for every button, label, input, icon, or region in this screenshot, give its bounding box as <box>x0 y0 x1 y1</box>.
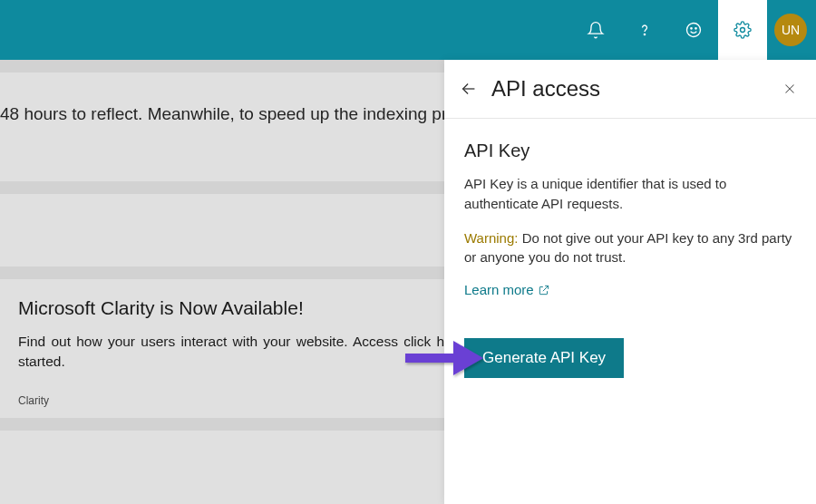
arrow-left-icon <box>459 79 479 99</box>
learn-more-link[interactable]: Learn more <box>464 282 550 297</box>
svg-point-2 <box>691 28 692 29</box>
question-icon <box>636 21 654 39</box>
indexing-text: 48 hours to reflect. Meanwhile, to speed… <box>0 104 492 124</box>
learn-more-text: Learn more <box>464 282 534 297</box>
warning-label: Warning: <box>464 230 518 246</box>
feedback-button[interactable] <box>669 0 718 60</box>
settings-button[interactable] <box>718 0 767 60</box>
svg-point-0 <box>644 34 645 34</box>
close-icon <box>782 81 798 97</box>
close-button[interactable] <box>782 81 798 97</box>
svg-point-3 <box>695 28 696 29</box>
avatar[interactable]: UN <box>774 14 807 46</box>
gear-icon <box>733 21 752 39</box>
bell-icon <box>587 21 605 39</box>
notifications-button[interactable] <box>571 0 620 60</box>
svg-point-1 <box>687 24 701 37</box>
card-source: Clarity <box>18 394 49 407</box>
avatar-initials: UN <box>782 23 800 37</box>
flyout-header: API access <box>444 60 816 119</box>
smile-icon <box>685 21 703 39</box>
svg-point-4 <box>741 28 745 33</box>
flyout-title: API access <box>491 76 782 102</box>
api-key-warning: Warning: Do not give out your API key to… <box>464 228 796 268</box>
generate-api-key-button[interactable]: Generate API Key <box>464 338 624 378</box>
back-button[interactable] <box>459 79 479 99</box>
api-access-flyout: API access API Key API Key is a unique i… <box>444 60 816 504</box>
api-key-description: API Key is a unique identifier that is u… <box>464 174 796 214</box>
help-button[interactable] <box>620 0 669 60</box>
flyout-body: API Key API Key is a unique identifier t… <box>444 119 816 400</box>
section-title: API Key <box>464 141 796 161</box>
topbar-icons: UN <box>571 0 816 60</box>
external-link-icon <box>538 284 550 296</box>
topbar: UN <box>0 0 816 60</box>
